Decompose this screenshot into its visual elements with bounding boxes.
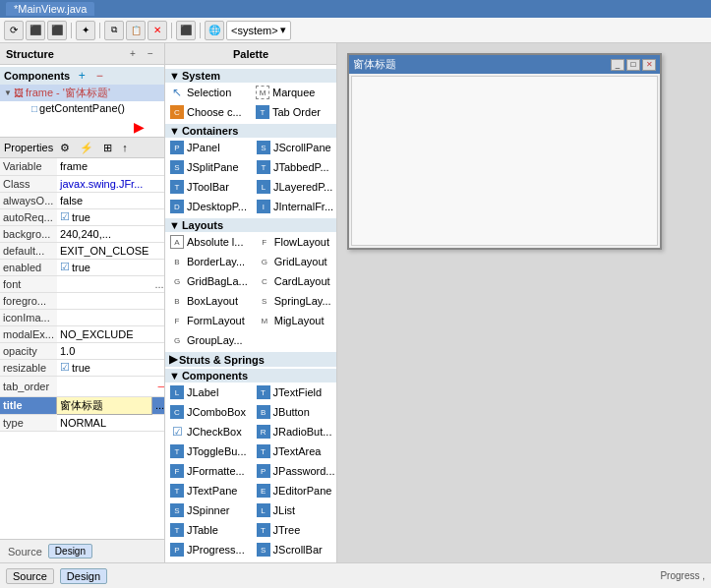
- prop-value-backgro[interactable]: 240,240,...: [57, 225, 151, 242]
- palette-jscrollpane[interactable]: S JScrollPane: [252, 138, 336, 157]
- properties-tab-3[interactable]: ⊞: [100, 141, 115, 155]
- palette-jpasswordfield[interactable]: P JPassword...: [252, 461, 336, 481]
- prop-value-modalex[interactable]: NO_EXCLUDE: [57, 325, 151, 342]
- contentpane-icon: □: [31, 103, 37, 114]
- properties-tab-1[interactable]: ⚙: [57, 141, 73, 155]
- palette-flowlayout[interactable]: F FlowLayout: [253, 232, 336, 252]
- palette-section-system[interactable]: ▼ System: [165, 69, 336, 83]
- structure-add-btn[interactable]: +: [125, 46, 141, 62]
- prop-value-type[interactable]: NORMAL: [57, 414, 151, 431]
- palette-section-containers[interactable]: ▼ Containers: [165, 124, 336, 138]
- palette-jtextfield[interactable]: T JTextField: [252, 382, 336, 402]
- prop-value-enabled[interactable]: ☑true: [57, 259, 151, 275]
- palette-jsplitpane[interactable]: S JSplitPane: [165, 157, 252, 177]
- system-dropdown[interactable]: <system> ▾: [226, 21, 291, 40]
- prop-value-foregro[interactable]: [57, 292, 151, 309]
- palette-boxlayout[interactable]: B BoxLayout: [165, 291, 253, 311]
- palette-jdesktoppane[interactable]: D JDesktopP...: [165, 197, 252, 216]
- palette-jcheckbox[interactable]: ☑ JCheckBox: [165, 422, 252, 441]
- palette-marquee[interactable]: M Marquee: [251, 83, 336, 102]
- prop-value-title[interactable]: 窗体标题: [57, 396, 151, 414]
- palette-jinternalframe[interactable]: I JInternalFr...: [252, 197, 336, 216]
- minimize-btn[interactable]: _: [611, 59, 624, 71]
- palette-jspinner[interactable]: S JSpinner: [165, 500, 252, 520]
- palette-jpanel[interactable]: P JPanel: [165, 138, 252, 157]
- palette-borderlayout[interactable]: B BorderLay...: [165, 252, 253, 271]
- prop-value-autoreq[interactable]: ☑true: [57, 208, 151, 225]
- palette-jscrollbar[interactable]: S JScrollBar: [252, 540, 336, 559]
- toolbar-btn-2[interactable]: ⬛: [26, 21, 45, 40]
- toolbar-btn-paste[interactable]: 📋: [126, 21, 146, 40]
- palette-jlist[interactable]: L JList: [252, 500, 336, 520]
- palette-section-components[interactable]: ▼ Components: [165, 369, 336, 382]
- palette-jradiobutton[interactable]: R JRadioBut...: [252, 422, 336, 441]
- prop-action-font[interactable]: ...: [151, 275, 164, 292]
- source-tab[interactable]: Source: [4, 545, 46, 559]
- toolbar-btn-delete[interactable]: ✕: [148, 21, 167, 40]
- palette-formlayout[interactable]: F FormLayout: [165, 311, 253, 330]
- tree-toggle-frame[interactable]: ▼: [4, 88, 12, 97]
- palette-jtogglebutton[interactable]: T JToggleBu...: [165, 441, 252, 461]
- file-tab[interactable]: *MainView.java: [6, 2, 94, 16]
- properties-tab-2[interactable]: ⚡: [77, 141, 96, 155]
- prop-action-taborder[interactable]: →: [151, 376, 164, 396]
- palette-section-layouts[interactable]: ▼ Layouts: [165, 218, 336, 232]
- palette-jtree[interactable]: T JTree: [252, 520, 336, 540]
- toolbar-btn-globe[interactable]: 🌐: [205, 21, 224, 40]
- toolbar-btn-1[interactable]: ⟳: [4, 21, 24, 40]
- design-tab-bottom[interactable]: Design: [60, 568, 107, 584]
- close-btn[interactable]: ✕: [642, 59, 656, 71]
- design-frame-window[interactable]: 窗体标题 _ □ ✕: [347, 53, 662, 250]
- tree-item-frame[interactable]: ▼ 🖼 frame - '窗体标题': [0, 85, 164, 101]
- structure-remove-btn[interactable]: −: [143, 46, 158, 62]
- toolbar-btn-copy[interactable]: ⧉: [104, 21, 124, 40]
- palette-springlayout[interactable]: S SpringLay...: [253, 291, 336, 311]
- tree-item-contentpane[interactable]: □ getContentPane(): [0, 101, 164, 115]
- prop-value-default[interactable]: EXIT_ON_CLOSE: [57, 242, 151, 259]
- source-tab-bottom[interactable]: Source: [6, 568, 54, 584]
- prop-value-taborder[interactable]: [57, 376, 151, 396]
- palette-selection[interactable]: ↖ Selection: [165, 83, 251, 102]
- palette-jtextpane[interactable]: T JTextPane: [165, 481, 252, 500]
- palette-jlayeredpane[interactable]: L JLayeredP...: [252, 177, 336, 197]
- palette-jtextarea[interactable]: T JTextArea: [252, 441, 336, 461]
- palette-gridbaglayout[interactable]: G GridBagLa...: [165, 271, 253, 291]
- prop-value-class[interactable]: javax.swing.JFr...: [57, 175, 151, 192]
- maximize-btn[interactable]: □: [626, 59, 640, 71]
- palette-jcombobox[interactable]: C JComboBox: [165, 402, 252, 422]
- prop-value-variable[interactable]: frame: [57, 158, 151, 175]
- palette-jbutton[interactable]: B JButton: [252, 402, 336, 422]
- palette-jtabbedpane[interactable]: T JTabbedP...: [252, 157, 336, 177]
- prop-value-opacity[interactable]: 1.0: [57, 342, 151, 359]
- palette-jformattedtextfield[interactable]: F JFormatte...: [165, 461, 252, 481]
- toolbar-btn-layout[interactable]: ⬛: [176, 21, 196, 40]
- prop-value-font[interactable]: [57, 275, 151, 292]
- toolbar-btn-4[interactable]: ✦: [76, 21, 95, 40]
- palette-taborder[interactable]: T Tab Order: [251, 102, 336, 122]
- palette-jprogressbar[interactable]: P JProgress...: [165, 540, 252, 559]
- design-tab[interactable]: Design: [48, 544, 92, 559]
- prop-action-title[interactable]: ...: [151, 396, 164, 414]
- prop-value-iconima[interactable]: [57, 309, 151, 325]
- palette-jeditorpane[interactable]: E JEditorPane: [252, 481, 336, 500]
- toolbar-btn-3[interactable]: ⬛: [47, 21, 67, 40]
- palette-choosec[interactable]: C Choose c...: [165, 102, 251, 122]
- palette-section-struts[interactable]: ▶ Struts & Springs: [165, 352, 336, 367]
- palette-cardlayout[interactable]: C CardLayout: [253, 271, 336, 291]
- group-label: GroupLay...: [187, 334, 243, 346]
- prop-row-title[interactable]: title 窗体标题 ...: [0, 396, 164, 414]
- components-remove-btn[interactable]: −: [91, 68, 107, 84]
- components-add-btn[interactable]: +: [74, 68, 89, 84]
- palette-miglayout[interactable]: M MigLayout: [253, 311, 336, 330]
- palette-jtoolbar[interactable]: T JToolBar: [165, 177, 252, 197]
- palette-jlabel[interactable]: L JLabel: [165, 382, 252, 402]
- palette-absolutelayout[interactable]: A Absolute l...: [165, 232, 253, 252]
- structure-title: Structure: [6, 48, 54, 60]
- prop-value-alwayso[interactable]: false: [57, 192, 151, 208]
- palette-gridlayout[interactable]: G GridLayout: [253, 252, 336, 271]
- prop-value-resizable[interactable]: ☑true: [57, 359, 151, 376]
- properties-tab-4[interactable]: ↑: [119, 141, 131, 154]
- palette-jtable[interactable]: T JTable: [165, 520, 252, 540]
- palette-grouplayout[interactable]: G GroupLay...: [165, 330, 253, 350]
- red-triangle: ▶: [134, 119, 145, 135]
